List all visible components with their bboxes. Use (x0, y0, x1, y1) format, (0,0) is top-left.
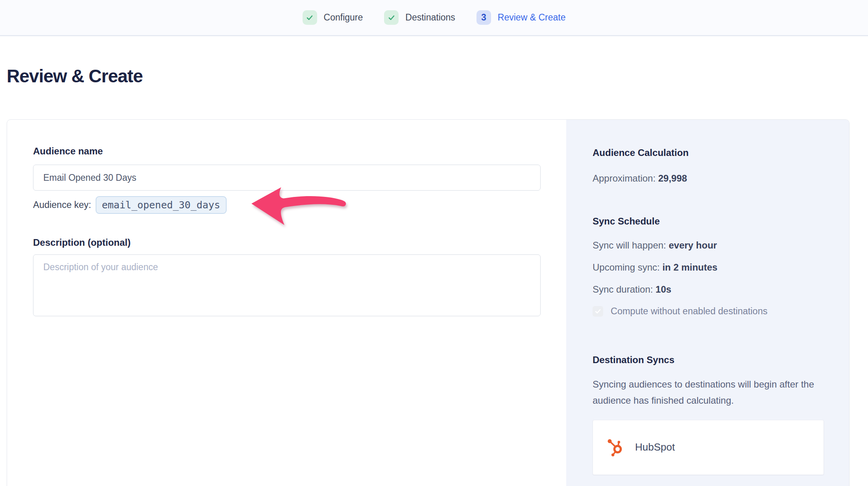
step-label: Destinations (405, 12, 455, 23)
checkbox-checked-icon[interactable] (593, 306, 603, 317)
step-review-create[interactable]: 3 Review & Create (476, 10, 566, 25)
upcoming-sync-row: Upcoming sync: in 2 minutes (593, 262, 823, 273)
audience-key-row: Audience key: email_opened_30_days (33, 195, 227, 215)
approximation-label: Approximation: (593, 173, 658, 184)
step-label: Review & Create (498, 12, 566, 23)
audience-calculation-heading: Audience Calculation (593, 147, 823, 158)
hubspot-logo-icon (605, 438, 624, 457)
annotation-arrow-icon (249, 185, 349, 228)
sync-schedule-heading: Sync Schedule (593, 216, 823, 227)
approximation-value: 29,998 (658, 173, 687, 184)
audience-name-input[interactable] (33, 165, 541, 191)
sync-frequency-row: Sync will happen: every hour (593, 240, 823, 251)
audience-name-label: Audience name (33, 146, 103, 157)
audience-key-badge: email_opened_30_days (96, 196, 227, 214)
step-complete-check-icon (303, 10, 317, 25)
summary-sidebar: Audience Calculation Approximation: 29,9… (566, 120, 849, 486)
checkbox-label: Compute without enabled destinations (611, 306, 767, 317)
page-title: Review & Create (7, 65, 143, 87)
destination-name: HubSpot (635, 441, 675, 453)
audience-key-label: Audience key: (33, 200, 91, 210)
destination-item-hubspot[interactable]: HubSpot (593, 420, 824, 475)
step-complete-check-icon (384, 10, 399, 25)
description-label: Description (optional) (33, 237, 131, 248)
wizard-stepper: Configure Destinations 3 Review & Create (0, 0, 868, 36)
step-label: Configure (324, 12, 363, 23)
step-configure[interactable]: Configure (303, 10, 363, 25)
sync-duration-row: Sync duration: 10s (593, 284, 823, 295)
step-number-badge: 3 (476, 10, 491, 25)
destination-syncs-note: Syncing audiences to destinations will b… (593, 376, 826, 409)
review-card: Audience name Audience key: email_opened… (7, 119, 850, 486)
approximation-row: Approximation: 29,998 (593, 173, 823, 184)
compute-without-destinations-row: Compute without enabled destinations (593, 306, 823, 317)
step-destinations[interactable]: Destinations (384, 10, 455, 25)
description-textarea[interactable] (33, 254, 541, 316)
destination-syncs-heading: Destination Syncs (593, 354, 823, 365)
